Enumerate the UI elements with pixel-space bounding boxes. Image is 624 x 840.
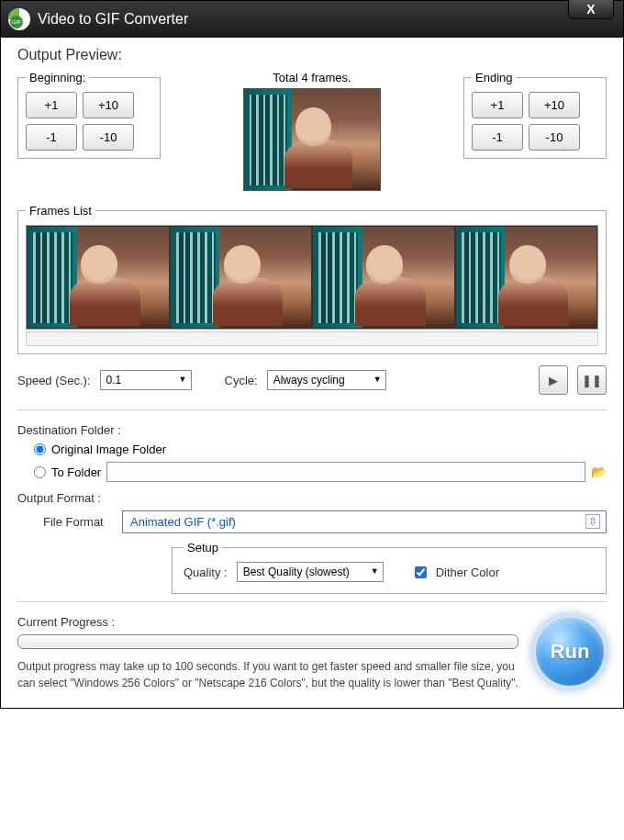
app-window: Video to GIF Converter X Output Preview:… — [0, 0, 624, 709]
to-folder-label: To Folder — [51, 465, 101, 479]
beginning-plus10-button[interactable]: +10 — [83, 92, 134, 118]
output-format-heading: Output Format : — [17, 491, 607, 505]
beginning-minus10-button[interactable]: -10 — [83, 124, 134, 151]
run-button[interactable]: Run — [533, 615, 607, 689]
original-folder-radio[interactable] — [34, 443, 46, 455]
quality-select[interactable]: Best Quality (slowest) — [237, 562, 384, 582]
progress-bar — [17, 634, 518, 649]
divider — [17, 601, 607, 602]
frame-item[interactable] — [312, 226, 455, 329]
ending-plus1-button[interactable]: +1 — [472, 92, 523, 118]
frame-item[interactable] — [170, 226, 313, 329]
center-preview: Total 4 frames. — [243, 71, 381, 191]
destination-heading: Destination Folder : — [17, 423, 607, 437]
quality-label: Quality : — [184, 566, 228, 579]
speed-label: Speed (Sec.): — [17, 374, 91, 387]
frame-item[interactable] — [27, 226, 170, 329]
frame-item[interactable] — [455, 226, 598, 329]
app-icon — [8, 8, 30, 30]
ending-minus10-button[interactable]: -10 — [529, 124, 580, 151]
dither-label: Dither Color — [436, 566, 499, 579]
close-button[interactable]: X — [568, 0, 614, 19]
frames-list-fieldset: Frames List — [17, 204, 607, 354]
folder-path-input[interactable] — [106, 462, 585, 482]
file-format-label: File Format — [43, 515, 113, 529]
setup-fieldset: Setup Quality : Best Quality (slowest) D… — [172, 541, 607, 594]
divider — [17, 409, 607, 410]
beginning-plus1-button[interactable]: +1 — [26, 92, 77, 118]
cycle-select[interactable]: Always cycling — [267, 370, 386, 390]
setup-legend: Setup — [184, 541, 222, 554]
file-format-select[interactable]: Animated GIF (*.gif) — [122, 510, 607, 533]
ending-minus1-button[interactable]: -1 — [472, 124, 523, 151]
to-folder-radio[interactable] — [34, 466, 46, 478]
ending-plus10-button[interactable]: +10 — [529, 92, 580, 118]
beginning-legend: Beginning: — [26, 71, 89, 84]
output-preview-heading: Output Preview: — [17, 47, 607, 63]
frames-list-legend: Frames List — [26, 204, 95, 218]
window-title: Video to GIF Converter — [38, 11, 188, 28]
ending-legend: Ending — [472, 71, 516, 84]
total-frames-label: Total 4 frames. — [243, 71, 381, 84]
ending-fieldset: Ending +1 +10 -1 -10 — [463, 71, 607, 159]
progress-heading: Current Progress : — [17, 615, 518, 629]
play-button[interactable]: ▶ — [539, 365, 568, 395]
frames-scrollbar[interactable] — [26, 331, 598, 346]
pause-button[interactable]: ❚❚ — [577, 365, 607, 395]
preview-thumbnail — [243, 88, 381, 191]
progress-hint: Output progress may take up to 100 secon… — [17, 658, 518, 691]
dither-checkbox[interactable] — [415, 566, 427, 578]
browse-folder-icon[interactable]: 📂 — [591, 465, 607, 479]
title-bar: Video to GIF Converter X — [1, 1, 623, 38]
original-folder-label: Original Image Folder — [51, 442, 166, 456]
speed-select[interactable]: 0.1 — [100, 370, 192, 390]
beginning-minus1-button[interactable]: -1 — [26, 124, 77, 151]
cycle-label: Cycle: — [225, 374, 258, 387]
beginning-fieldset: Beginning: +1 +10 -1 -10 — [17, 71, 161, 159]
frames-strip[interactable] — [26, 225, 598, 330]
